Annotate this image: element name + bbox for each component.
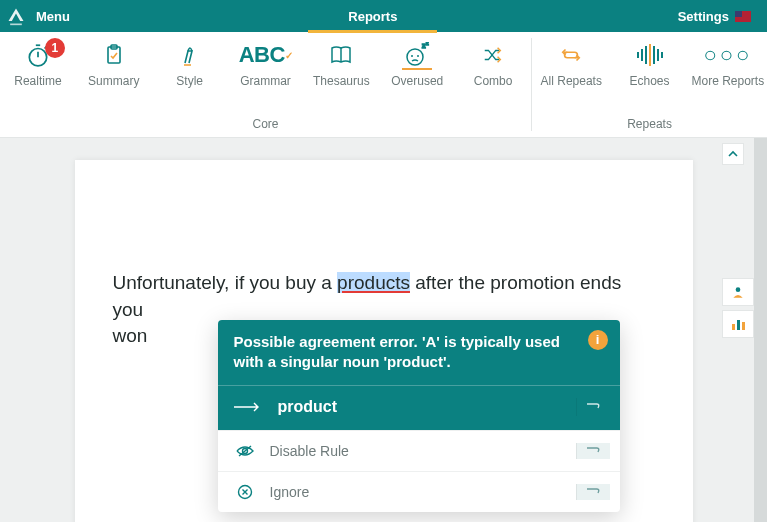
grammar-suggestion-popup: Possible agreement error. 'A' is typical… xyxy=(218,320,620,512)
info-icon[interactable]: i xyxy=(588,330,608,350)
svg-point-3 xyxy=(407,49,423,65)
side-widget-stats[interactable] xyxy=(722,310,754,338)
tool-more-reports[interactable]: ○○○ More Reports xyxy=(691,42,765,113)
tool-combo[interactable]: Combo xyxy=(456,42,530,113)
shuffle-icon xyxy=(478,42,508,68)
tab-reports[interactable]: Reports xyxy=(308,1,437,32)
disable-rule-button[interactable]: Disable Rule xyxy=(218,430,620,471)
settings-label: Settings xyxy=(678,9,729,24)
tool-label: Overused xyxy=(391,74,443,88)
svg-rect-12 xyxy=(661,52,663,58)
svg-point-0 xyxy=(29,49,46,66)
realtime-badge: 1 xyxy=(45,38,65,58)
svg-rect-16 xyxy=(732,324,735,330)
tool-overused[interactable]: zz Overused xyxy=(380,42,454,113)
app-logo xyxy=(0,0,32,32)
tool-label: Style xyxy=(176,74,203,88)
abc-icon: ABC✓ xyxy=(251,42,281,68)
apply-suggestion-button[interactable]: product xyxy=(218,385,620,430)
scrollbar[interactable] xyxy=(754,138,767,522)
svg-text:z: z xyxy=(426,42,429,46)
menu-button[interactable]: Menu xyxy=(32,9,84,24)
book-icon xyxy=(326,42,356,68)
tool-summary[interactable]: Summary xyxy=(77,42,151,113)
tool-label: Combo xyxy=(474,74,513,88)
tool-label: Echoes xyxy=(630,74,670,88)
suggestion-word: product xyxy=(278,398,562,416)
group-repeats-label: Repeats xyxy=(532,113,767,137)
topbar: Menu Reports Settings xyxy=(0,0,767,32)
more-icon: ○○○ xyxy=(713,42,743,68)
tool-grammar[interactable]: ABC✓ Grammar xyxy=(229,42,303,113)
grammar-highlight[interactable]: products xyxy=(337,272,410,293)
tool-style[interactable]: Style xyxy=(153,42,227,113)
tool-label: All Repeats xyxy=(541,74,602,88)
ignore-label: Ignore xyxy=(270,484,562,500)
settings-button[interactable]: Settings xyxy=(662,9,767,24)
reports-toolbar: 1 Realtime Summary Style ABC✓ Grammar xyxy=(0,32,767,138)
tired-face-icon: zz xyxy=(402,42,432,68)
tool-echoes[interactable]: Echoes xyxy=(613,42,687,113)
svg-rect-9 xyxy=(649,44,651,66)
disable-rule-label: Disable Rule xyxy=(270,443,562,459)
svg-rect-18 xyxy=(742,322,745,330)
disable-rule-apply-next[interactable] xyxy=(576,443,610,459)
tool-label: Grammar xyxy=(240,74,291,88)
svg-rect-17 xyxy=(737,320,740,330)
tool-label: Realtime xyxy=(14,74,61,88)
x-circle-icon xyxy=(234,484,256,500)
document-area: Unfortunately, if you buy a products aft… xyxy=(0,138,767,522)
text-segment: won xyxy=(113,325,148,346)
group-core-label: Core xyxy=(0,113,531,137)
tool-label: Thesaurus xyxy=(313,74,370,88)
document-page[interactable]: Unfortunately, if you buy a products aft… xyxy=(75,160,693,522)
svg-rect-8 xyxy=(645,46,647,64)
popup-message: Possible agreement error. 'A' is typical… xyxy=(218,320,620,385)
clipboard-icon xyxy=(99,42,129,68)
side-widget-account[interactable] xyxy=(722,278,754,306)
arrow-right-icon xyxy=(234,398,264,416)
ignore-button[interactable]: Ignore xyxy=(218,471,620,512)
expand-suggestion-button[interactable] xyxy=(576,398,610,416)
tool-all-repeats[interactable]: All Repeats xyxy=(534,42,608,113)
svg-rect-11 xyxy=(657,49,659,61)
collapse-panel-button[interactable] xyxy=(722,143,744,165)
tool-thesaurus[interactable]: Thesaurus xyxy=(304,42,378,113)
soundwave-icon xyxy=(635,42,665,68)
flag-icon xyxy=(735,11,751,22)
eye-off-icon xyxy=(234,444,256,458)
tool-realtime[interactable]: 1 Realtime xyxy=(1,42,75,113)
tool-label: Summary xyxy=(88,74,139,88)
repeat-icon xyxy=(556,42,586,68)
svg-rect-10 xyxy=(653,46,655,64)
svg-rect-6 xyxy=(637,52,639,58)
text-segment: Unfortunately, if you buy a xyxy=(113,272,338,293)
pen-icon xyxy=(175,42,205,68)
ignore-apply-next[interactable] xyxy=(576,484,610,500)
svg-rect-7 xyxy=(641,49,643,61)
tool-label: More Reports xyxy=(691,74,764,88)
svg-point-15 xyxy=(736,287,741,292)
